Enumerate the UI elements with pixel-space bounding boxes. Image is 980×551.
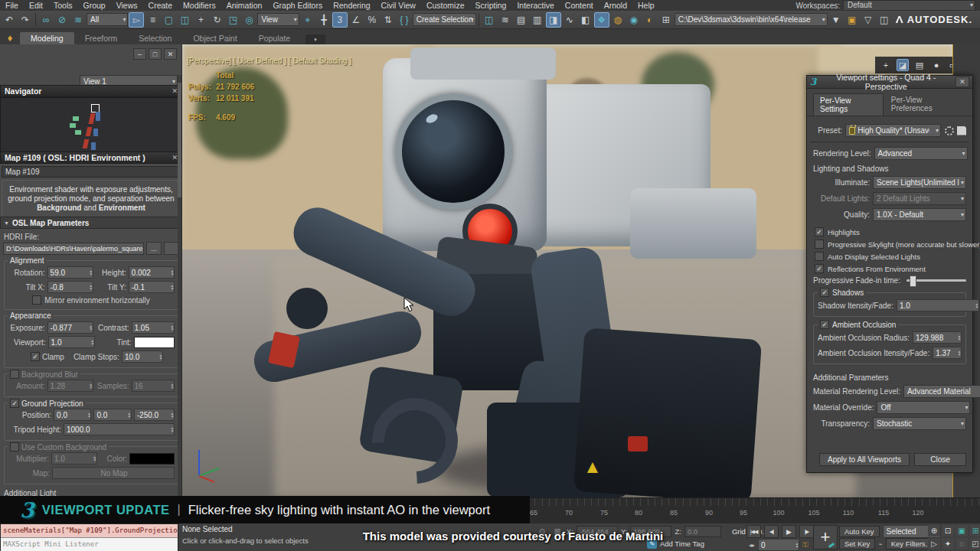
- project-folder-dropdown[interactable]: C:\Dev\3dsmax\3dswin\bin\x64\release: [675, 13, 828, 26]
- viewport-label[interactable]: [Perspective] [ User Defined ] [ Default…: [187, 57, 351, 65]
- exposure-spinner[interactable]: -0.877: [47, 321, 93, 334]
- progressive-skylight-checkbox[interactable]: [815, 240, 824, 249]
- select-and-place-icon[interactable]: ◎: [241, 12, 256, 28]
- field-of-view-icon[interactable]: ▷: [928, 538, 940, 549]
- navigator-close-icon[interactable]: ✕: [172, 87, 178, 95]
- render-production-icon[interactable]: ◐: [642, 12, 658, 28]
- minimize-icon[interactable]: –: [133, 48, 146, 60]
- apply-all-viewports-button[interactable]: Apply to All Viewports: [819, 453, 910, 466]
- samples-spinner[interactable]: 16: [132, 380, 175, 392]
- selection-filter-dropdown[interactable]: All: [87, 13, 128, 26]
- select-and-manipulate-icon[interactable]: ╋: [316, 12, 332, 28]
- contrast-spinner[interactable]: 1.05: [132, 321, 175, 334]
- clamp-checkbox[interactable]: [31, 352, 40, 361]
- menu-scripting[interactable]: Scripting: [470, 1, 512, 10]
- dialog-titlebar[interactable]: 3 Viewport settings - Quad 4 - Perspecti…: [807, 76, 972, 89]
- position-z-spinner[interactable]: -250.0: [134, 409, 175, 421]
- filters-icon[interactable]: ⌁: [878, 540, 882, 548]
- maximize-icon[interactable]: □: [149, 48, 162, 60]
- map-header[interactable]: Map #109 ( OSL: HDRI Environment ) ✕: [0, 152, 182, 164]
- angle-snap-icon[interactable]: ∠: [348, 12, 364, 28]
- map-name-field[interactable]: Map #109: [2, 166, 181, 178]
- tab-selection[interactable]: Selection: [128, 32, 182, 44]
- close-icon[interactable]: ✕: [164, 48, 177, 60]
- position-y-spinner[interactable]: 0.0: [93, 409, 131, 421]
- zoom-extents-all-icon[interactable]: ⊞: [969, 525, 980, 536]
- browse-button[interactable]: ...: [146, 242, 162, 255]
- toggle-ribbon-icon[interactable]: ◨: [546, 12, 561, 28]
- menu-help[interactable]: Help: [632, 1, 660, 10]
- panel-scrollbar[interactable]: [178, 75, 181, 519]
- spinner-snap-icon[interactable]: ⇅: [381, 12, 396, 28]
- preset-dropdown[interactable]: High Quality* (Unsaved Chang: [845, 124, 941, 137]
- menu-civil-view[interactable]: Civil View: [376, 1, 421, 10]
- ground-projection-checkbox[interactable]: [10, 399, 19, 408]
- tab-populate[interactable]: Populate: [248, 32, 301, 44]
- render-setup-icon[interactable]: ◍: [610, 12, 626, 28]
- ribbon-config-button[interactable]: ▾: [305, 34, 325, 44]
- quality-dropdown[interactable]: 1.0X - Default: [873, 208, 966, 221]
- maxscript-mini-listener[interactable]: sceneMaterials["Map #109"].GroundProject…: [0, 523, 178, 551]
- sphere-icon[interactable]: ●: [930, 59, 942, 71]
- reflections-checkbox[interactable]: [815, 264, 824, 273]
- close-button[interactable]: Close: [914, 453, 966, 466]
- next-frame-button[interactable]: |▶: [799, 525, 814, 538]
- go-to-start-button[interactable]: |◀◀: [746, 525, 761, 538]
- plus-icon[interactable]: +: [880, 59, 892, 71]
- scrollbar-thumb[interactable]: [178, 83, 181, 197]
- reload-button[interactable]: [164, 242, 179, 255]
- undo-icon[interactable]: ↶: [2, 12, 17, 28]
- material-editor-icon[interactable]: ❖: [594, 12, 609, 28]
- select-and-scale-icon[interactable]: ◳: [225, 12, 240, 28]
- align-icon[interactable]: ≋: [498, 12, 513, 28]
- bind-to-space-warp-icon[interactable]: ≋: [70, 12, 86, 28]
- maximize-viewport-icon[interactable]: ◰: [969, 538, 980, 549]
- menu-graph-editors[interactable]: Graph Editors: [267, 1, 328, 10]
- fade-slider-handle[interactable]: [910, 276, 916, 287]
- cb-map-button[interactable]: No Map: [52, 467, 175, 479]
- schematic-view-icon[interactable]: ◧: [578, 12, 593, 28]
- mirror-icon[interactable]: ◫: [482, 12, 497, 28]
- open-folder-icon[interactable]: ▣: [844, 12, 860, 28]
- tab-per-view-preferences[interactable]: Per-View Preferences: [885, 93, 966, 116]
- add-time-tag-button[interactable]: Add Time Tag: [660, 540, 704, 548]
- rectangular-selection-region-icon[interactable]: ▢: [161, 12, 176, 28]
- menu-file[interactable]: File: [0, 1, 24, 10]
- redo-icon[interactable]: ↷: [18, 12, 33, 28]
- rendering-level-dropdown[interactable]: Advanced: [874, 147, 968, 160]
- fade-slider[interactable]: [906, 279, 966, 282]
- transparency-dropdown[interactable]: Stochastic: [873, 417, 966, 430]
- create-key-button[interactable]: +: [813, 525, 838, 549]
- custom-background-checkbox[interactable]: [10, 442, 19, 452]
- rollout-header[interactable]: ▼ OSL Map Parameters: [0, 217, 182, 229]
- height-spinner[interactable]: 0.002: [129, 266, 175, 279]
- z-field[interactable]: 0.0: [684, 526, 721, 537]
- map-close-icon[interactable]: ✕: [172, 154, 178, 161]
- scene-explorer-icon[interactable]: ▤: [514, 12, 529, 28]
- menu-tools[interactable]: Tools: [48, 1, 78, 10]
- named-selection-sets-icon[interactable]: { }: [397, 12, 412, 28]
- zoom-all-icon[interactable]: ⊡: [942, 525, 954, 536]
- rotation-spinner[interactable]: 59.0: [47, 266, 93, 279]
- ao-radius-spinner[interactable]: 129.988: [913, 331, 962, 344]
- menu-content[interactable]: Content: [560, 1, 599, 10]
- key-step-icon[interactable]: ◂▸: [749, 542, 755, 549]
- viewport-gain-spinner[interactable]: 1.0: [48, 336, 95, 348]
- tab-freeform[interactable]: Freeform: [74, 32, 129, 44]
- tab-object-paint[interactable]: Object Paint: [182, 32, 247, 44]
- navigator-header[interactable]: Navigator ✕: [0, 85, 182, 97]
- save-icon[interactable]: [957, 126, 966, 135]
- create-selection-set-dropdown[interactable]: Create Selection Se: [413, 13, 476, 26]
- graph-icon[interactable]: ◪: [897, 59, 909, 71]
- mirror-checkbox[interactable]: [32, 295, 41, 305]
- current-frame-spinner[interactable]: 0: [758, 539, 799, 551]
- tint-color-swatch[interactable]: [134, 337, 175, 348]
- rendered-frame-window-icon[interactable]: ◉: [626, 12, 642, 28]
- clamp-stops-spinner[interactable]: 10.0: [122, 350, 163, 363]
- reference-coordinate-dropdown[interactable]: View: [257, 13, 299, 26]
- select-object-icon[interactable]: ▻: [129, 12, 144, 28]
- workspaces-dropdown[interactable]: Default: [843, 0, 975, 11]
- menu-views[interactable]: Views: [111, 1, 143, 10]
- gear-icon[interactable]: [945, 126, 954, 135]
- auto-display-lights-checkbox[interactable]: [815, 252, 824, 261]
